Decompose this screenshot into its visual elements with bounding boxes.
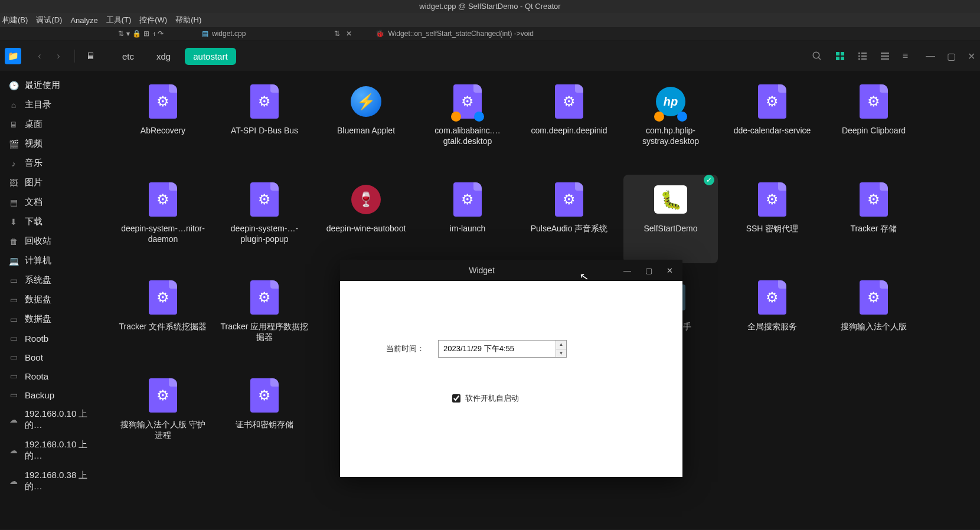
sidebar-item[interactable]: ⌂主目录 [0,95,112,114]
view-detail-icon[interactable] [880,51,890,61]
file-item[interactable]: SSH 密钥代理 [725,175,819,263]
menu-item[interactable]: 构建(B) [2,15,28,25]
document-icon: ▤ [8,197,19,208]
sidebar-item[interactable]: ▤文档 [0,192,112,212]
menu-item[interactable]: 工具(T) [106,15,132,25]
sidebar-item[interactable]: ⬇下载 [0,212,112,231]
nav-back-button[interactable]: ‹ [31,47,48,65]
open-file-name[interactable]: widget.cpp [212,30,246,38]
close-icon[interactable]: ✕ [968,51,975,62]
datetime-spinner[interactable]: ▲ ▼ [556,341,566,357]
disk-icon: ▭ [8,352,19,362]
split-icon[interactable]: ⫞ [152,30,155,38]
device-icon[interactable]: 🖥 [82,48,99,64]
file-type-icon [755,279,789,316]
sidebar-item-label: 最近使用 [25,80,60,91]
close-tab-icon[interactable]: ✕ [346,30,352,38]
datetime-input[interactable] [439,341,556,357]
file-item[interactable]: 🍷deepin-wine-autoboot [319,175,413,263]
menu-icon[interactable]: ≡ [903,51,908,61]
file-item[interactable]: com.deepin.deepinid [522,77,616,165]
plus-icon[interactable]: ⊞ [143,30,149,38]
file-type-icon [450,83,485,120]
app-logo[interactable]: 📁 [5,48,21,64]
computer-icon: 💻 [8,256,19,266]
sidebar-item[interactable]: 🖥桌面 [0,114,112,134]
sidebar-item[interactable]: ▭Rootb [0,329,112,348]
widget-minimize-icon[interactable]: — [623,266,631,275]
menu-item[interactable]: Analyze [70,16,97,25]
file-type-icon [450,181,485,218]
spinner-up-icon[interactable]: ▲ [556,341,566,349]
method-context[interactable]: Widget::on_selfStart_stateChanged(int) -… [388,30,533,38]
network-icon: ☁ [8,445,19,456]
menu-item[interactable]: 帮助(H) [175,15,201,25]
sidebar-item-label: 192.168.0.10 上的… [25,408,104,431]
svg-rect-4 [836,57,839,60]
file-item[interactable]: Tracker 存储 [827,175,921,263]
svg-rect-9 [861,55,867,57]
file-item[interactable]: im-launch [420,175,515,263]
file-item[interactable]: AT-SPI D-Bus Bus [217,77,312,165]
maximize-icon[interactable]: ▢ [947,51,956,62]
widget-titlebar[interactable]: Widget — ▢ ✕ [340,260,682,281]
sidebar-item[interactable]: ▭数据盘 [0,290,112,309]
disk-icon: ▭ [8,295,19,305]
sidebar-item-label: Roota [25,371,48,381]
sidebar-item[interactable]: 🕑最近使用 [0,76,112,95]
sidebar-item-label: 数据盘 [25,294,51,305]
menu-item[interactable]: 调试(D) [36,15,62,25]
sidebar-item[interactable]: ☁192.168.0.38 上的… [0,466,112,496]
minimize-icon[interactable]: — [926,51,935,62]
sidebar-item[interactable]: ☁192.168.0.10 上的… [0,435,112,466]
file-item[interactable]: 搜狗输入法个人版 [827,273,921,361]
sidebar-item[interactable]: 🖼图片 [0,173,112,192]
sidebar-item-label: 文档 [25,197,43,208]
breadcrumb-segment[interactable]: autostart [185,48,236,65]
sidebar-item[interactable]: ▭Backup [0,385,112,404]
search-icon[interactable] [812,51,822,61]
file-item[interactable]: com.alibabainc.…gtalk.desktop [420,77,515,165]
breadcrumb-segment[interactable]: etc [114,48,142,65]
sidebar-item[interactable]: ♪音乐 [0,153,112,173]
file-item[interactable]: ⚡Blueman Applet [319,77,413,165]
widget-maximize-icon[interactable]: ▢ [645,266,652,275]
widget-close-icon[interactable]: ✕ [667,266,673,275]
sidebar-item[interactable]: ▭数据盘 [0,309,112,329]
method-bug-icon: 🐞 [375,30,384,38]
file-item[interactable]: 证书和密钥存储 [217,371,312,459]
sidebar-item[interactable]: 🗑回收站 [0,231,112,251]
file-type-icon [552,181,586,218]
updown-icon[interactable]: ⇅ [118,30,124,38]
file-item[interactable]: dde-calendar-service [725,77,819,165]
file-item[interactable]: hpcom.hp.hplip-systray.desktop [623,77,718,165]
filter-icon[interactable]: ▾ [126,30,130,38]
sidebar-item[interactable]: ☁192.168.0.10 上的… [0,404,112,435]
breadcrumb-segment[interactable]: xdg [148,48,179,65]
more-icon[interactable]: ↷ [158,30,164,38]
dropdown-icon[interactable]: ⇅ [334,30,340,38]
sidebar-item[interactable]: ▭系统盘 [0,270,112,290]
file-item[interactable]: Tracker 应用程序数据挖掘器 [217,273,312,361]
autostart-checkbox[interactable] [452,394,460,403]
spinner-down-icon[interactable]: ▼ [556,349,566,358]
file-item[interactable]: AbRecovery [116,77,210,165]
menu-item[interactable]: 控件(W) [139,15,167,25]
sidebar-item[interactable]: ▭Boot [0,348,112,367]
sidebar-item[interactable]: 💻计算机 [0,251,112,270]
file-item[interactable]: Deepin Clipboard [827,77,921,165]
file-item[interactable]: deepin-system-…-plugin-popup [217,175,312,263]
file-item[interactable]: ✓🐛SelfStartDemo [623,175,718,263]
lock-icon[interactable]: 🔒 [132,30,141,38]
view-list-icon[interactable] [858,51,867,61]
view-grid-icon[interactable] [835,51,845,61]
file-item[interactable]: PulseAudio 声音系统 [522,175,616,263]
file-item[interactable]: Tracker 文件系统挖掘器 [116,273,210,361]
sidebar-item[interactable]: ▭Roota [0,367,112,385]
sidebar-item[interactable]: 🎬视频 [0,134,112,153]
file-item[interactable]: 搜狗输入法个人版 守护进程 [116,371,210,459]
nav-forward-button[interactable]: › [50,47,67,65]
file-item[interactable]: 全局搜索服务 [725,273,819,361]
datetime-field[interactable]: ▲ ▼ [438,340,567,358]
file-item[interactable]: deepin-system-…nitor-daemon [116,175,210,263]
